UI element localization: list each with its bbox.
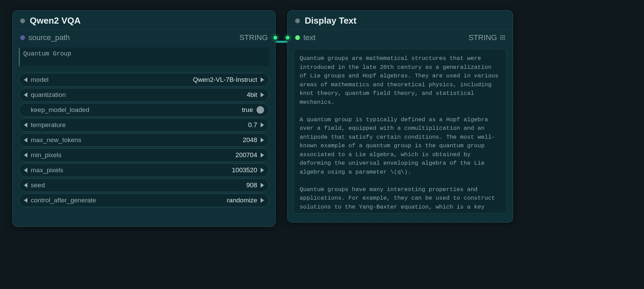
chevron-left-icon[interactable] bbox=[24, 198, 27, 203]
chevron-left-icon[interactable] bbox=[24, 123, 27, 127]
node-title-bar[interactable]: Qwen2 VQA bbox=[13, 11, 275, 30]
node-title-text: Display Text bbox=[305, 15, 356, 26]
chevron-right-icon[interactable] bbox=[261, 153, 264, 158]
input-port-icon[interactable] bbox=[20, 35, 25, 40]
grip-icon[interactable] bbox=[500, 35, 505, 40]
max-new-tokens-input[interactable]: max_new_tokens 2048 bbox=[19, 133, 269, 147]
max-pixels-input[interactable]: max_pixels 1003520 bbox=[19, 163, 269, 177]
chevron-right-icon[interactable] bbox=[261, 183, 264, 188]
node-title-text: Qwen2 VQA bbox=[30, 15, 81, 26]
io-row: source_path STRING bbox=[13, 30, 275, 46]
chevron-right-icon[interactable] bbox=[261, 92, 264, 97]
keep-model-loaded-toggle[interactable]: keep_model_loaded true bbox=[19, 103, 269, 117]
node-canvas[interactable]: Qwen2 VQA source_path STRING Quantum Gro… bbox=[0, 0, 644, 289]
chevron-left-icon[interactable] bbox=[24, 168, 27, 173]
output-type-label: STRING bbox=[469, 33, 497, 42]
min-pixels-input[interactable]: min_pixels 200704 bbox=[19, 148, 269, 162]
input-port-inner-icon[interactable] bbox=[295, 35, 300, 40]
input-label: text bbox=[303, 33, 315, 42]
toggle-knob-icon[interactable] bbox=[257, 106, 264, 114]
chevron-left-icon[interactable] bbox=[24, 153, 27, 158]
output-type-label: STRING bbox=[239, 33, 268, 42]
chevron-right-icon[interactable] bbox=[261, 168, 264, 173]
input-port-icon[interactable] bbox=[285, 35, 290, 40]
node-display-text[interactable]: Display Text text STRING Quantum groups … bbox=[287, 10, 513, 223]
chevron-right-icon[interactable] bbox=[261, 138, 264, 142]
temperature-input[interactable]: temperature 0.7 bbox=[19, 118, 269, 132]
chevron-left-icon[interactable] bbox=[24, 77, 27, 82]
node-title-bar[interactable]: Display Text bbox=[288, 11, 513, 30]
collapse-dot-icon[interactable] bbox=[20, 18, 25, 23]
io-row: text STRING bbox=[288, 30, 513, 46]
model-selector[interactable]: model Qwen2-VL-7B-Instruct bbox=[19, 73, 269, 87]
seed-input[interactable]: seed 908 bbox=[19, 178, 269, 192]
connection-wire bbox=[276, 41, 288, 43]
chevron-left-icon[interactable] bbox=[24, 92, 27, 97]
input-label: source_path bbox=[28, 33, 70, 42]
quantization-selector[interactable]: quantization 4bit bbox=[19, 88, 269, 102]
chevron-right-icon[interactable] bbox=[261, 198, 264, 203]
control-after-generate-selector[interactable]: control_after_generate randomize bbox=[19, 193, 269, 207]
chevron-right-icon[interactable] bbox=[261, 77, 264, 82]
output-port-icon[interactable] bbox=[273, 35, 278, 40]
chevron-right-icon[interactable] bbox=[261, 123, 264, 127]
text-display[interactable]: Quantum groups are mathematical structur… bbox=[294, 49, 507, 213]
chevron-left-icon[interactable] bbox=[24, 138, 27, 142]
chevron-left-icon[interactable] bbox=[24, 183, 27, 188]
prompt-input[interactable]: Quantum Group bbox=[19, 48, 269, 66]
node-qwen2-vqa[interactable]: Qwen2 VQA source_path STRING Quantum Gro… bbox=[12, 10, 276, 227]
collapse-dot-icon[interactable] bbox=[295, 18, 300, 23]
